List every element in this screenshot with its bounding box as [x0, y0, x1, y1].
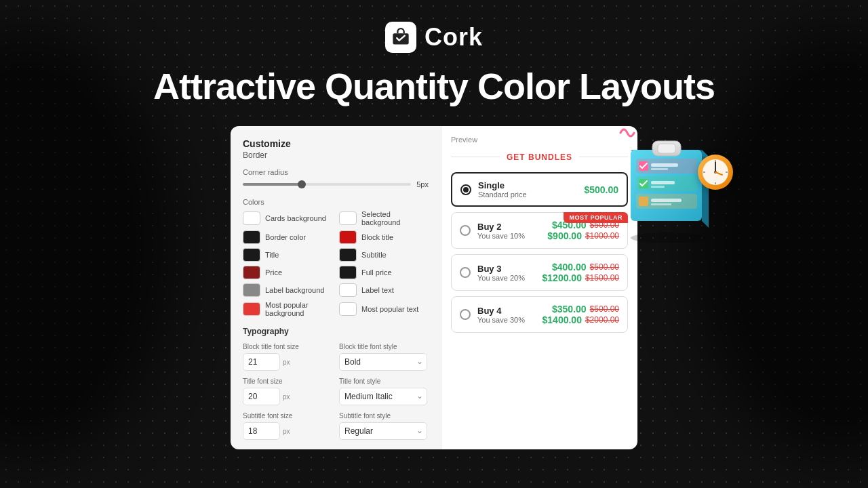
slider-track[interactable]: [243, 183, 411, 186]
color-item-label-bg: Label background: [243, 283, 332, 297]
color-swatch-title[interactable]: [243, 248, 260, 262]
logo-text: Cork: [425, 23, 483, 52]
bundle-subtitle-buy4: You save 30%: [477, 316, 536, 324]
color-item-cards-bg: Cards background: [243, 210, 332, 226]
bundle-price-buy3-strike1: $500.00: [590, 262, 619, 272]
bundle-price-row-buy2-2: $900.00 $1000.00: [547, 230, 619, 241]
bundle-price-buy4-total: $1400.00: [542, 314, 582, 325]
bundle-card-buy4[interactable]: Buy 4 You save 30% $350.00 $500.00 $1400…: [451, 296, 628, 333]
block-title-font-size-label: Block title font size: [243, 343, 332, 350]
bundle-title-single: Single: [478, 180, 577, 190]
color-label-label-text: Label text: [361, 286, 394, 294]
color-item-label-text: Label text: [339, 283, 429, 297]
title-font-size-group: Title font size px: [243, 378, 332, 405]
header: Cork: [385, 22, 483, 53]
title-font-size-label: Title font size: [243, 378, 332, 385]
color-swatch-full-price[interactable]: [339, 266, 357, 279]
block-title-font-style-wrapper: Bold Regular Italic Medium Italic: [339, 353, 429, 371]
block-title-font-style-group: Block title font style Bold Regular Ital…: [339, 343, 429, 371]
radio-buy3[interactable]: [460, 267, 471, 278]
block-title-font-size-unit: px: [283, 359, 290, 366]
svg-rect-8: [651, 168, 668, 170]
block-title-font-size-input[interactable]: [243, 353, 280, 371]
color-swatch-border[interactable]: [243, 230, 260, 244]
color-label-label-bg: Label background: [265, 286, 324, 294]
color-swatch-most-popular-bg[interactable]: [243, 302, 260, 316]
color-label-border: Border color: [265, 233, 306, 241]
bundle-info-single: Single Standard price: [478, 180, 577, 199]
color-swatch-selected-bg[interactable]: [339, 211, 357, 225]
slider-value: 5px: [416, 180, 429, 188]
color-swatch-most-popular-text[interactable]: [339, 302, 357, 316]
title-font-style-wrapper: Regular Bold Italic Medium Italic: [339, 388, 429, 405]
svg-line-21: [715, 172, 722, 175]
title-font-style-label: Title font style: [339, 378, 429, 385]
svg-point-1: [631, 232, 705, 243]
color-swatch-price[interactable]: [243, 266, 260, 279]
color-item-title: Title: [243, 248, 332, 262]
radio-buy2[interactable]: [460, 225, 471, 236]
color-item-full-price: Full price: [339, 266, 429, 279]
svg-point-19: [714, 171, 717, 174]
subtitle-font-size-label: Subtitle font size: [243, 412, 332, 420]
bundle-info-buy2: Buy 2 You save 10%: [477, 222, 540, 240]
color-item-border: Border color: [243, 230, 332, 244]
bundle-price-buy2-strike2: $1000.00: [585, 231, 619, 241]
subtitle-font-style-group: Subtitle font style Regular Bold Italic …: [339, 412, 429, 440]
bundle-price-buy3-total: $1200.00: [542, 272, 582, 283]
subtitle-font-size-unit: px: [283, 428, 290, 435]
title-font-size-input[interactable]: [243, 388, 280, 405]
slider-fill: [243, 183, 302, 186]
color-item-block-title: Block title: [339, 230, 429, 244]
bundle-price-row-buy3-2: $1200.00 $1500.00: [542, 272, 619, 283]
bundle-subtitle-buy2: You save 10%: [477, 232, 540, 240]
bundle-card-buy2[interactable]: MOST POPULAR Buy 2 You save 10% $450.00 …: [451, 212, 628, 249]
color-label-title: Title: [265, 251, 279, 259]
subtitle-font-size-group: Subtitle font size px: [243, 412, 332, 440]
color-label-cards-bg: Cards background: [265, 214, 326, 222]
subtitle-font-style-label: Subtitle font style: [339, 412, 429, 420]
radio-single[interactable]: [460, 184, 471, 195]
color-swatch-cards-bg[interactable]: [243, 211, 260, 225]
bundle-price-single: $500.00: [584, 184, 618, 195]
bundle-price-row-buy3-1: $400.00 $500.00: [542, 262, 619, 272]
panel-border-label: Border: [243, 150, 429, 160]
corner-radius-slider-row: 5px: [243, 180, 429, 188]
title-font-style-select[interactable]: Regular Bold Italic Medium Italic: [339, 388, 427, 405]
bundle-price-buy4-strike2: $2000.00: [585, 315, 619, 325]
svg-rect-3: [652, 141, 681, 156]
typography-section: Typography Block title font size px Bloc…: [243, 327, 429, 440]
color-swatch-label-bg[interactable]: [243, 283, 260, 297]
bundle-title-buy2: Buy 2: [477, 222, 540, 232]
slider-thumb[interactable]: [298, 180, 306, 188]
panel-title: Customize: [243, 138, 429, 149]
bundle-title-buy3: Buy 3: [477, 264, 536, 274]
bundle-title-buy4: Buy 4: [477, 306, 536, 316]
bundle-price-buy2-total: $900.00: [547, 230, 582, 241]
block-title-font-style-select[interactable]: Bold Regular Italic Medium Italic: [339, 353, 427, 371]
title-font-style-group: Title font style Regular Bold Italic Med…: [339, 378, 429, 405]
bundle-price-buy3-strike2: $1500.00: [585, 273, 619, 283]
color-swatch-block-title[interactable]: [339, 230, 357, 244]
typography-grid: Block title font size px Block title fon…: [243, 343, 429, 440]
block-title-font-style-label: Block title font style: [339, 343, 429, 350]
radio-buy4[interactable]: [460, 309, 471, 320]
subtitle-font-style-select[interactable]: Regular Bold Italic Medium Italic: [339, 422, 427, 440]
bundle-price-buy4-strike1: $500.00: [590, 304, 619, 314]
subtitle-font-size-input[interactable]: [243, 422, 280, 440]
svg-point-17: [698, 155, 733, 190]
svg-rect-4: [658, 144, 675, 153]
color-swatch-label-text[interactable]: [339, 283, 357, 297]
svg-rect-10: [639, 179, 648, 188]
svg-rect-2: [631, 150, 702, 221]
bundle-card-buy3[interactable]: Buy 3 You save 20% $400.00 $500.00 $1200…: [451, 254, 628, 291]
svg-rect-11: [651, 181, 675, 184]
svg-rect-15: [651, 199, 682, 202]
block-title-font-size-row: px: [243, 353, 332, 371]
color-label-price: Price: [265, 268, 282, 277]
bundle-card-single[interactable]: Single Standard price $500.00: [451, 172, 628, 207]
color-label-full-price: Full price: [361, 268, 392, 277]
color-swatch-subtitle[interactable]: [339, 248, 357, 262]
most-popular-badge: MOST POPULAR: [564, 212, 628, 223]
svg-rect-7: [651, 163, 678, 167]
